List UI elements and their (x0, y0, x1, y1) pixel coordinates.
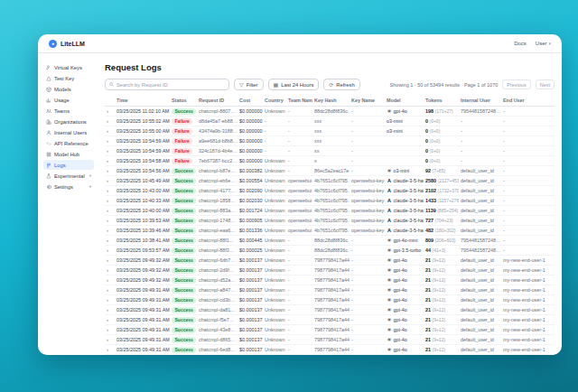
sidebar-item-internal-users[interactable]: Internal Users (43, 127, 94, 137)
openai-icon: ✳ (387, 257, 392, 263)
table-row[interactable]: ›03/25/2025 10:54:59 AMFailure324c187d-4… (105, 146, 555, 156)
cell-time: 03/25/2025 09:49:31 AM (115, 315, 170, 325)
sidebar-item-test-key[interactable]: Test Key (43, 73, 94, 83)
sidebar-item-logs[interactable]: Logs (43, 160, 94, 170)
table-row[interactable]: ›03/25/2025 09:49:32 AMSuccesschatcmpl-2… (105, 266, 555, 275)
table-row[interactable]: ›03/25/2025 09:49:31 AMSuccesschatcmpl-4… (105, 325, 555, 335)
sidebar: Virtual KeysTest KeyModelsUsageTeamsOrga… (38, 53, 98, 355)
expand-row-icon[interactable]: › (107, 218, 108, 223)
table-row[interactable]: ›03/25/2025 10:45:49 AMSuccesschatcmpl-e… (105, 176, 555, 186)
expand-row-icon[interactable]: › (107, 317, 108, 322)
table-row[interactable]: ›03/25/2025 10:38:41 AMSuccesschatcmpl-8… (105, 236, 555, 246)
expand-row-icon[interactable]: › (107, 277, 108, 283)
cell-key-name: - (350, 256, 385, 266)
table-row[interactable]: ›03/25/2025 10:40:00 AMSuccesschatcmpl-8… (105, 206, 555, 216)
cell-cost: $0.000000 (238, 107, 263, 117)
expand-row-icon[interactable]: › (107, 168, 108, 173)
user-menu[interactable]: User▾ (536, 41, 551, 46)
next-page-button[interactable]: Next (536, 79, 555, 89)
expand-row-icon[interactable]: › (107, 257, 108, 263)
table-row[interactable]: ›03/25/2025 10:54:58 AMFailure7eb67387-b… (105, 156, 555, 166)
table-row[interactable]: ›03/25/2025 10:39:46 AMSuccesschatcmpl-e… (105, 226, 555, 236)
expand-row-icon[interactable]: › (107, 267, 108, 273)
sidebar-item-api-reference[interactable]: API Reference (43, 138, 94, 148)
sidebar-item-model-hub[interactable]: Model Hub (43, 149, 94, 159)
cell-key-hash: 7987798417a44… (312, 315, 350, 325)
cell-end-user: my-new-end-user-1 (501, 325, 555, 335)
cell-key-hash: 4b7651c6cf795… (312, 226, 350, 236)
expand-row-icon[interactable]: › (107, 178, 108, 183)
expand-row-icon[interactable]: › (107, 148, 108, 154)
sidebar-item-settings[interactable]: Settings▾ (43, 182, 94, 191)
sidebar-item-organizations[interactable]: Organizations (43, 117, 94, 126)
expand-row-icon[interactable]: › (107, 208, 108, 213)
table-row[interactable]: ›03/25/2025 09:49:31 AMSuccesschatcmpl-d… (105, 305, 555, 315)
table-row[interactable]: ›03/25/2025 10:55:02 AMFailured8da45a7-e… (105, 117, 555, 126)
cell-key-name: openwebui-key-2 (350, 226, 385, 236)
sidebar-item-usage[interactable]: Usage (43, 95, 94, 105)
cell-model: ✳ o3-mini (385, 166, 424, 176)
table-row[interactable]: ›03/25/2025 09:53:57 AMSuccesschatcmpl-8… (105, 246, 555, 256)
expand-row-icon[interactable]: › (107, 128, 108, 134)
expand-row-icon[interactable]: › (107, 108, 108, 114)
docs-link[interactable]: Docs (514, 41, 527, 46)
cell-key-hash: 4b7651c6cf795… (312, 206, 350, 216)
cell-internal-user: default_user_id (459, 256, 501, 266)
table-row[interactable]: ›03/25/2025 10:40:33 AMSuccesschatcmpl-1… (105, 196, 555, 206)
table-row[interactable]: ›03/25/2025 09:49:31 AMSuccesschatcmpl-a… (105, 285, 555, 295)
table-row[interactable]: ›03/25/2025 10:54:56 AMSuccesschatcmpl-b… (105, 166, 555, 176)
search-input[interactable] (117, 82, 225, 88)
cell-team-name: - (286, 166, 312, 176)
sidebar-item-teams[interactable]: Teams (43, 106, 94, 116)
refresh-button[interactable]: ⟳ Refresh (323, 79, 359, 90)
cell-internal-user: - (459, 126, 501, 136)
expand-row-icon[interactable]: › (107, 307, 108, 313)
cell-key-hash: 7987798417a44… (312, 275, 350, 285)
table-row[interactable]: ›03/25/2025 11:02:10 AMSuccesschatcmpl-8… (105, 107, 555, 117)
table-row[interactable]: ›03/25/2025 09:49:31 AMSuccesschatcmpl-d… (105, 335, 555, 345)
expand-row-icon[interactable]: › (107, 337, 108, 342)
cell-key-hash: 88dc28d8f836c… (312, 236, 350, 246)
experimental-icon (46, 173, 51, 179)
sidebar-item-experimental[interactable]: Experimental▾ (43, 171, 94, 181)
cell-key-hash: 88dc28d8f836c… (312, 246, 350, 256)
expand-row-icon[interactable]: › (107, 158, 108, 163)
table-row[interactable]: ›03/25/2025 09:49:32 AMSuccesschatcmpl-6… (105, 256, 555, 266)
time-range-button[interactable]: ▦ Last 24 Hours (268, 79, 320, 90)
table-row[interactable]: ›03/25/2025 09:49:31 AMSuccesschatcmpl-c… (105, 295, 555, 305)
sidebar-item-virtual-keys[interactable]: Virtual Keys (43, 62, 94, 72)
table-row[interactable]: ›03/25/2025 10:54:59 AMFailurea9ee681d-b… (105, 136, 555, 146)
cell-country: - (263, 117, 286, 126)
openai-icon: ✳ (387, 238, 392, 243)
expand-row-icon[interactable]: › (107, 247, 108, 253)
cell-tokens: 809 (206+603) (424, 236, 459, 246)
sidebar-item-models[interactable]: Models (43, 84, 94, 94)
expand-row-icon[interactable]: › (107, 287, 108, 293)
table-row[interactable]: ›03/25/2025 09:49:31 AMSuccesschatcmpl-f… (105, 315, 555, 325)
cell-model: ✳ gpt-3.5-turbo (385, 246, 424, 256)
table-row[interactable]: ›03/25/2025 10:43:00 AMSuccesschatcmpl-4… (105, 186, 555, 196)
expand-row-icon[interactable]: › (107, 198, 108, 203)
table-row[interactable]: ›03/25/2025 10:39:53 AMSuccesschatcmpl-1… (105, 216, 555, 226)
expand-row-icon[interactable]: › (107, 297, 108, 303)
expand-row-icon[interactable]: › (107, 228, 108, 233)
cell-team-name: - (286, 136, 312, 146)
expand-row-icon[interactable]: › (107, 347, 108, 352)
table-row[interactable]: ›03/25/2025 09:49:32 AMSuccesschatcmpl-d… (105, 275, 555, 285)
expand-row-icon[interactable]: › (107, 138, 108, 144)
previous-page-button[interactable]: Previous (502, 79, 530, 89)
table-row[interactable]: ›03/25/2025 10:55:00 AMFailure43474a9b-3… (105, 126, 555, 136)
table-row[interactable]: ›03/25/2025 09:49:31 AMSuccesschatcmpl-e… (105, 355, 555, 356)
cell-time: 03/25/2025 09:49:31 AM (115, 355, 170, 356)
openai-icon: ✳ (387, 267, 392, 273)
search-box[interactable] (105, 79, 229, 90)
cell-country: Unknown (263, 107, 286, 117)
expand-row-icon[interactable]: › (107, 118, 108, 124)
table-row[interactable]: ›03/25/2025 09:49:31 AMSuccesschatcmpl-6… (105, 345, 555, 355)
expand-row-icon[interactable]: › (107, 188, 108, 193)
cell-tokens: 21 (9+12) (424, 355, 459, 356)
expand-row-icon[interactable]: › (107, 238, 108, 243)
expand-row-icon[interactable]: › (107, 327, 108, 332)
cell-request-id: chatcmpl-88f3… (197, 246, 238, 256)
filter-button[interactable]: ▽ Filter (234, 79, 264, 90)
